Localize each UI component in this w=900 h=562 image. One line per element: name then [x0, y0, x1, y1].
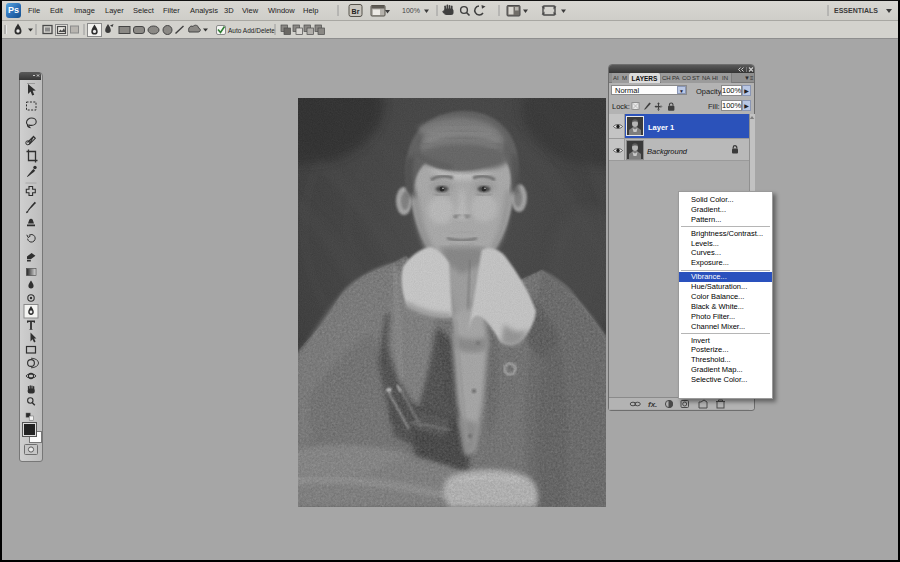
svg-text:fx.: fx.: [648, 400, 657, 409]
svg-text:Br: Br: [352, 8, 360, 15]
svg-text:Auto Add/Delete: Auto Add/Delete: [228, 27, 275, 34]
svg-text:100%: 100%: [402, 7, 420, 14]
